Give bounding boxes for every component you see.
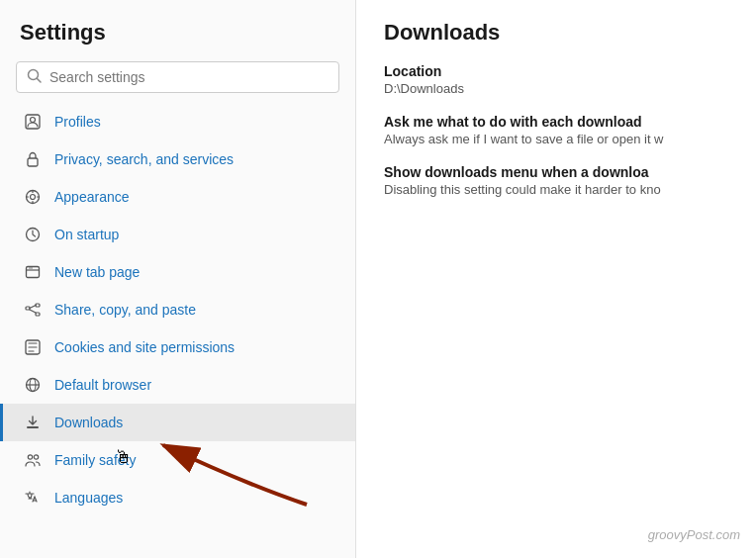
sidebar-item-appearance[interactable]: Appearance — [0, 178, 355, 216]
sidebar-item-languages[interactable]: Languages — [0, 479, 355, 516]
setting-value-location: D:\Downloads — [384, 81, 728, 96]
svg-rect-4 — [28, 158, 38, 166]
sidebar-title: Settings — [0, 10, 355, 55]
sidebar-item-label-appearance: Appearance — [54, 189, 130, 205]
sidebar-item-startup[interactable]: On startup — [0, 216, 355, 253]
family-icon — [23, 450, 43, 470]
sidebar-item-label-downloads: Downloads — [54, 415, 123, 430]
browser-icon — [23, 375, 43, 395]
sidebar-item-share[interactable]: Share, copy, and paste — [0, 291, 355, 328]
sidebar-item-label-familysafety: Family safety — [54, 452, 136, 468]
search-icon — [27, 68, 42, 86]
nav-list: Profiles Privacy, search, and services A… — [0, 103, 355, 516]
sidebar-item-label-cookies: Cookies and site permissions — [54, 339, 235, 355]
appearance-icon — [23, 187, 43, 207]
languages-icon — [23, 488, 43, 508]
watermark: groovyPost.com — [648, 527, 740, 542]
setting-label-showmenu: Show downloads menu when a downloa — [384, 164, 728, 180]
search-box[interactable] — [16, 61, 339, 93]
search-input[interactable] — [49, 69, 329, 85]
svg-point-3 — [31, 118, 36, 123]
sidebar-item-profiles[interactable]: Profiles — [0, 103, 355, 140]
setting-desc-showmenu: Disabling this setting could make it har… — [384, 182, 728, 197]
svg-point-17 — [34, 455, 38, 459]
setting-label-location: Location — [384, 63, 728, 79]
download-icon — [23, 413, 43, 432]
newtab-icon — [23, 262, 43, 282]
startup-icon — [23, 225, 43, 244]
lock-icon — [23, 149, 43, 169]
sidebar-item-label-share: Share, copy, and paste — [54, 302, 196, 318]
sidebar-item-newtab[interactable]: New tab page — [0, 253, 355, 291]
setting-ask: Ask me what to do with each download Alw… — [384, 114, 728, 146]
sidebar: Settings Profiles — [0, 0, 356, 558]
svg-rect-15 — [27, 426, 39, 428]
sidebar-item-defaultbrowser[interactable]: Default browser — [0, 366, 355, 404]
sidebar-item-privacy[interactable]: Privacy, search, and services — [0, 140, 355, 178]
sidebar-item-label-newtab: New tab page — [54, 264, 140, 280]
sidebar-item-label-languages: Languages — [54, 490, 123, 506]
share-icon — [23, 300, 43, 320]
svg-point-16 — [28, 455, 32, 459]
setting-showmenu: Show downloads menu when a downloa Disab… — [384, 164, 728, 197]
profile-icon — [23, 112, 43, 132]
setting-location: Location D:\Downloads — [384, 63, 728, 96]
main-content: Downloads Location D:\Downloads Ask me w… — [356, 0, 756, 558]
sidebar-item-label-profiles: Profiles — [54, 114, 101, 130]
main-title: Downloads — [384, 20, 728, 46]
sidebar-item-label-startup: On startup — [54, 227, 119, 242]
svg-rect-8 — [27, 267, 40, 278]
cookies-icon — [23, 337, 43, 357]
sidebar-item-cookies[interactable]: Cookies and site permissions — [0, 328, 355, 366]
sidebar-item-label-privacy: Privacy, search, and services — [54, 151, 234, 167]
svg-rect-11 — [36, 313, 40, 316]
setting-label-ask: Ask me what to do with each download — [384, 114, 728, 130]
svg-point-6 — [31, 195, 36, 200]
sidebar-item-downloads[interactable]: Downloads — [0, 404, 355, 441]
setting-desc-ask: Always ask me if I want to save a file o… — [384, 132, 728, 146]
svg-line-1 — [38, 79, 42, 83]
sidebar-item-familysafety[interactable]: Family safety — [0, 441, 355, 479]
sidebar-item-label-defaultbrowser: Default browser — [54, 377, 151, 393]
